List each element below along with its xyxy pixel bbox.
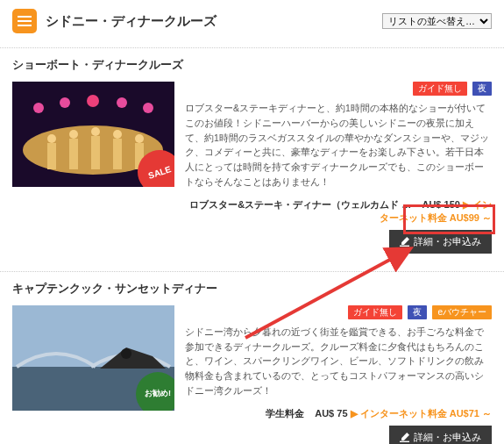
svg-point-5	[33, 103, 44, 113]
tour-thumbnail[interactable]: お勧め!	[12, 305, 174, 411]
svg-point-18	[113, 130, 122, 139]
price-label: ロブスター&ステーキ・ディナー（ウェルカムド …	[189, 199, 411, 210]
recommend-badge: お勧め!	[136, 372, 174, 411]
net-price-arrow: ▶	[463, 199, 472, 210]
tour-title[interactable]: ショーボート・ディナークルーズ	[12, 57, 492, 73]
svg-rect-10	[47, 143, 56, 169]
tag-guide-none: ガイド無し	[348, 305, 402, 319]
svg-rect-20	[400, 245, 409, 246]
svg-point-15	[47, 134, 56, 143]
edit-icon	[400, 433, 409, 442]
price-row: ロブスター&ステーキ・ディナー（ウェルカムド … AU$ 150 ▶ インターネ…	[185, 198, 492, 225]
tag-guide-none: ガイド無し	[413, 82, 467, 96]
divider	[0, 47, 504, 48]
tag-night: 夜	[408, 305, 427, 319]
page-header: シドニー・ディナークルーズ リストの並べ替え…	[0, 0, 504, 42]
page-title-wrap: シドニー・ディナークルーズ	[12, 9, 217, 33]
detail-button-label: 詳細・お申込み	[414, 431, 481, 444]
svg-rect-13	[113, 139, 122, 169]
detail-apply-button[interactable]: 詳細・お申込み	[389, 230, 492, 254]
tag-row: ガイド無し 夜	[185, 82, 492, 96]
tour-description: シドニー湾から夕暮れの近づく街並を鑑賞できる、お手ごろな料金で参加できるディナー…	[185, 325, 492, 398]
net-price-value: AU$99 ～	[450, 212, 492, 223]
svg-point-23	[121, 348, 131, 359]
tag-evoucher: eバウチャー	[432, 305, 492, 319]
price-value: AU$ 75	[315, 408, 347, 419]
svg-rect-11	[69, 139, 78, 169]
svg-point-19	[135, 134, 144, 143]
svg-point-17	[91, 127, 100, 136]
tour-item: キャプテンクック・サンセットディナー お勧め! ガイド無し 夜 eバウチャー シ…	[0, 281, 504, 444]
tour-description: ロブスター&ステーキディナーと、約1時間の本格的なショーが付いてこのお値段！シド…	[185, 101, 492, 190]
price-value: AU$ 150	[422, 199, 459, 210]
net-price-value: AU$71 ～	[450, 408, 492, 419]
divider	[0, 271, 504, 272]
svg-point-9	[143, 103, 153, 113]
svg-point-6	[60, 97, 70, 108]
svg-rect-12	[91, 136, 100, 169]
svg-rect-24	[400, 440, 409, 441]
list-icon	[12, 9, 37, 33]
svg-rect-0	[18, 16, 32, 18]
tour-thumbnail[interactable]: SALE	[12, 82, 174, 187]
svg-point-8	[117, 97, 127, 108]
detail-button-label: 詳細・お申込み	[414, 235, 481, 248]
price-row: 学生料金 AU$ 75 ▶ インターネット料金 AU$71 ～	[185, 407, 492, 420]
svg-rect-1	[18, 20, 32, 22]
tour-item: ショーボート・ディナークルーズ SALE ガイド無し 夜 ロブスター&ステーキデ…	[0, 57, 504, 266]
sort-select[interactable]: リストの並べ替え…	[382, 13, 492, 29]
net-price-label: インターネット料金	[360, 408, 447, 419]
page-title: シドニー・ディナークルーズ	[46, 13, 217, 30]
net-price-arrow: ▶	[351, 408, 360, 419]
price-label: 学生料金	[266, 408, 304, 419]
tour-title[interactable]: キャプテンクック・サンセットディナー	[12, 281, 492, 297]
tag-row: ガイド無し 夜 eバウチャー	[185, 305, 492, 319]
tag-night: 夜	[472, 82, 492, 96]
svg-point-16	[69, 130, 78, 139]
edit-icon	[400, 237, 409, 247]
svg-point-7	[87, 95, 99, 107]
detail-apply-button[interactable]: 詳細・お申込み	[389, 426, 492, 444]
svg-rect-2	[18, 25, 32, 26]
